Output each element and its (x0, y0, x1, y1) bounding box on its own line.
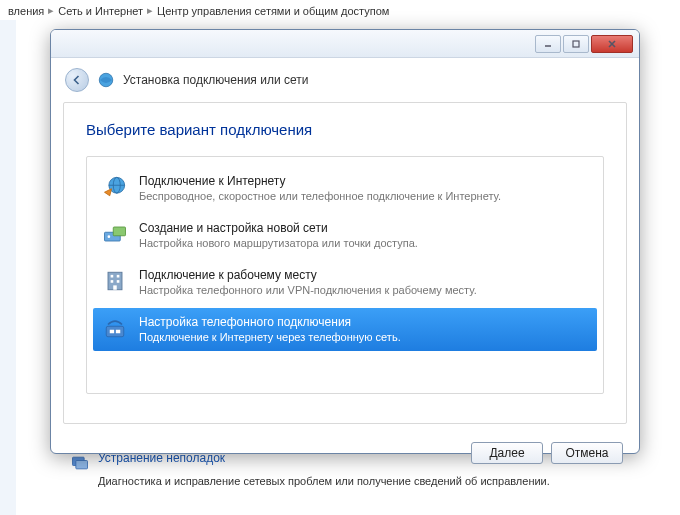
svg-rect-12 (113, 227, 125, 236)
workplace-building-icon (101, 267, 129, 295)
option-desc: Подключение к Интернету через телефонную… (139, 330, 589, 345)
troubleshoot-desc: Диагностика и исправление сетевых пробле… (98, 475, 660, 487)
svg-rect-3 (573, 41, 579, 47)
option-desc: Настройка телефонного или VPN-подключени… (139, 283, 589, 298)
phone-dialup-icon (101, 314, 129, 342)
breadcrumb-item[interactable]: вления (8, 5, 44, 17)
wizard-header: Установка подключения или сети (51, 58, 639, 100)
network-setup-icon (97, 71, 115, 89)
svg-point-13 (108, 235, 111, 238)
wizard-dialog: Установка подключения или сети Выберите … (50, 29, 640, 454)
instruction-text: Выберите вариант подключения (86, 121, 604, 138)
chevron-right-icon: ▸ (147, 4, 153, 17)
next-button[interactable]: Далее (471, 442, 543, 464)
titlebar (51, 30, 639, 58)
maximize-button[interactable] (563, 35, 589, 53)
option-title: Создание и настройка новой сети (139, 220, 589, 236)
close-button[interactable] (591, 35, 633, 53)
wizard-panel: Выберите вариант подключения Подключение… (63, 102, 627, 424)
option-internet-connection[interactable]: Подключение к Интернету Беспроводное, ск… (93, 167, 597, 210)
option-title: Подключение к Интернету (139, 173, 589, 189)
chevron-right-icon: ▸ (48, 4, 54, 17)
svg-rect-22 (116, 330, 120, 334)
cancel-button[interactable]: Отмена (551, 442, 623, 464)
option-new-network[interactable]: Создание и настройка новой сети Настройк… (93, 214, 597, 257)
svg-rect-21 (110, 330, 114, 334)
option-desc: Беспроводное, скоростное или телефонное … (139, 189, 589, 204)
sidebar-bg (0, 20, 16, 515)
svg-rect-20 (106, 326, 124, 337)
option-title: Настройка телефонного подключения (139, 314, 589, 330)
svg-rect-18 (117, 280, 120, 283)
breadcrumb-item[interactable]: Сеть и Интернет (58, 5, 143, 17)
router-setup-icon (101, 220, 129, 248)
breadcrumb-item[interactable]: Центр управления сетями и общим доступом (157, 5, 389, 17)
option-workplace-connection[interactable]: Подключение к рабочему месту Настройка т… (93, 261, 597, 304)
svg-rect-15 (111, 275, 114, 278)
svg-rect-16 (117, 275, 120, 278)
minimize-button[interactable] (535, 35, 561, 53)
option-desc: Настройка нового маршрутизатора или точк… (139, 236, 589, 251)
options-list: Подключение к Интернету Беспроводное, ск… (86, 156, 604, 394)
back-button[interactable] (65, 68, 89, 92)
svg-rect-19 (113, 285, 117, 289)
dialog-buttons: Далее Отмена (51, 434, 639, 476)
option-title: Подключение к рабочему месту (139, 267, 589, 283)
wizard-title: Установка подключения или сети (123, 73, 308, 87)
breadcrumb: вления ▸ Сеть и Интернет ▸ Центр управле… (0, 0, 680, 22)
svg-rect-17 (111, 280, 114, 283)
option-dialup-connection[interactable]: Настройка телефонного подключения Подклю… (93, 308, 597, 351)
globe-internet-icon (101, 173, 129, 201)
